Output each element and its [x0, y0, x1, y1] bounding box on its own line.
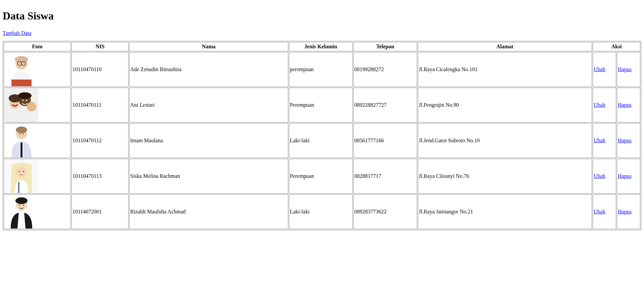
delete-link[interactable]: Hapus	[618, 66, 632, 72]
avatar	[5, 195, 38, 229]
svg-point-12	[18, 92, 32, 99]
edit-cell: Ubah	[593, 88, 616, 122]
gender-cell: Perempuan	[289, 159, 353, 194]
address-cell: Jl.Raya Cicalengka No.101	[418, 52, 592, 87]
gender-cell: Laki-laki	[289, 194, 353, 229]
address-cell: Jl.Pengrajin No.90	[418, 88, 592, 122]
nis-cell: 10114072001	[71, 194, 129, 229]
table-row: 10110470110 Ade Zenudin Bimashita peremp…	[4, 52, 640, 87]
header-aksi: Aksi	[593, 42, 640, 51]
delete-cell: Hapus	[617, 159, 640, 194]
nis-cell: 10110470112	[71, 123, 129, 158]
svg-point-18	[19, 133, 20, 134]
table-row: 10114072001 Rizaldi Maulidia Achmad Laki…	[4, 194, 640, 229]
table-row: 10110470113 Siska Melina Rachman Perempu…	[4, 159, 640, 194]
svg-point-2	[15, 56, 28, 63]
add-data-link[interactable]: Tambah Data	[3, 30, 32, 36]
svg-point-21	[16, 166, 27, 178]
header-nis: NIS	[71, 42, 129, 51]
header-telepon: Telepon	[353, 42, 417, 51]
gender-cell: perempuan	[289, 52, 353, 87]
phone-cell: 08199288272	[353, 52, 417, 87]
nis-cell: 10110470111	[71, 88, 129, 122]
svg-rect-6	[11, 80, 32, 86]
svg-point-17	[16, 127, 27, 133]
svg-point-14	[26, 100, 27, 101]
header-alamat: Alamat	[418, 42, 592, 51]
delete-cell: Hapus	[617, 123, 640, 158]
svg-point-10	[27, 102, 36, 111]
photo-cell	[4, 123, 71, 158]
delete-link[interactable]: Hapus	[618, 209, 632, 214]
edit-cell: Ubah	[593, 159, 616, 194]
nis-cell: 10110470110	[71, 52, 129, 87]
phone-cell: 08561777166	[353, 123, 417, 158]
header-nama: Nama	[129, 42, 288, 51]
svg-point-13	[22, 100, 24, 101]
edit-link[interactable]: Ubah	[594, 173, 605, 179]
address-cell: Jl.Raya Cileunyi No.76	[418, 159, 592, 194]
svg-point-27	[15, 197, 28, 204]
header-jenis-kelamin: Jenis Kelamin	[289, 42, 353, 51]
delete-link[interactable]: Hapus	[618, 138, 632, 143]
student-table: Foto NIS Nama Jenis Kelamin Telepon Alam…	[3, 41, 641, 230]
svg-point-23	[23, 171, 24, 172]
table-header-row: Foto NIS Nama Jenis Kelamin Telepon Alam…	[4, 42, 640, 51]
avatar	[5, 88, 38, 122]
table-row: 10110470112 Imam Maulana Laki-laki 08561…	[4, 123, 640, 158]
edit-link[interactable]: Ubah	[594, 66, 605, 72]
edit-cell: Ubah	[593, 52, 616, 87]
nama-cell: Siska Melina Rachman	[129, 159, 288, 194]
address-cell: Jl.Raya Jatinangor No.21	[418, 194, 592, 229]
nama-cell: Rizaldi Maulidia Achmad	[129, 194, 288, 229]
avatar	[5, 124, 38, 157]
photo-cell	[4, 52, 71, 87]
delete-cell: Hapus	[617, 88, 640, 122]
svg-point-22	[19, 171, 20, 172]
svg-point-19	[23, 133, 24, 134]
header-foto: Foto	[4, 42, 71, 51]
edit-cell: Ubah	[593, 123, 616, 158]
table-row: 10110470111 Ani Lestari Perempuan 089228…	[4, 88, 640, 122]
address-cell: Jl.Jend.Gatot Subroto No.10	[418, 123, 592, 158]
edit-cell: Ubah	[593, 194, 616, 229]
nama-cell: Ade Zenudin Bimashita	[129, 52, 288, 87]
avatar	[5, 159, 38, 193]
photo-cell	[4, 159, 71, 194]
delete-cell: Hapus	[617, 52, 640, 87]
phone-cell: 089228827727	[353, 88, 417, 122]
delete-cell: Hapus	[617, 194, 640, 229]
phone-cell: 089283773622	[353, 194, 417, 229]
photo-cell	[4, 88, 71, 122]
photo-cell	[4, 194, 71, 229]
gender-cell: Laki-laki	[289, 123, 353, 158]
delete-link[interactable]: Hapus	[618, 102, 632, 108]
nama-cell: Ani Lestari	[129, 88, 288, 122]
delete-link[interactable]: Hapus	[618, 173, 632, 179]
nama-cell: Imam Maulana	[129, 123, 288, 158]
phone-cell: 0828817717	[353, 159, 417, 194]
avatar	[5, 53, 38, 86]
gender-cell: Perempuan	[289, 88, 353, 122]
edit-link[interactable]: Ubah	[594, 209, 605, 214]
nis-cell: 10110470113	[71, 159, 129, 194]
svg-point-29	[23, 204, 24, 205]
edit-link[interactable]: Ubah	[594, 138, 605, 143]
edit-link[interactable]: Ubah	[594, 102, 605, 108]
svg-point-28	[19, 204, 20, 205]
page-title: Data Siswa	[3, 10, 641, 22]
